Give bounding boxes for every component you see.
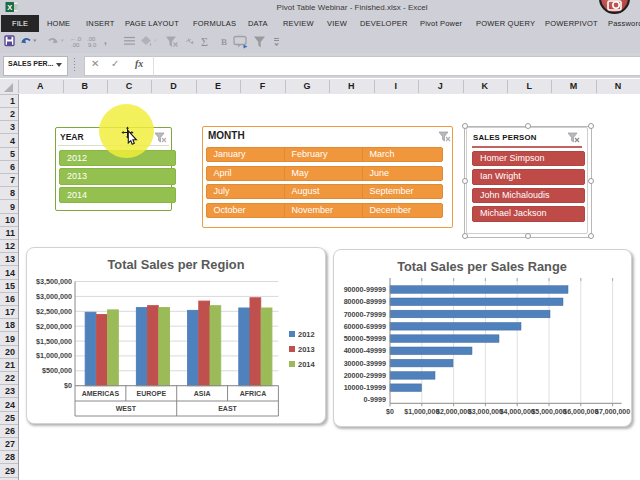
svg-text:0-9999: 0-9999 bbox=[364, 395, 386, 404]
svg-text:.00: .00 bbox=[71, 42, 80, 48]
svg-text:$2,500,000: $2,500,000 bbox=[36, 307, 72, 316]
svg-text:$500,000: $500,000 bbox=[42, 366, 72, 375]
svg-text:2014: 2014 bbox=[298, 360, 316, 369]
svg-text:B: B bbox=[221, 37, 227, 47]
svg-text:ASIA: ASIA bbox=[194, 390, 211, 397]
svg-text:Total Sales per Region: Total Sales per Region bbox=[107, 257, 244, 272]
svg-text:90000-99999: 90000-99999 bbox=[344, 285, 386, 294]
svg-text:40000-49999: 40000-49999 bbox=[344, 346, 386, 355]
svg-text:$6,000,000: $6,000,000 bbox=[563, 408, 598, 416]
svg-text:30000-39999: 30000-39999 bbox=[344, 359, 386, 368]
svg-text:20000-29999: 20000-29999 bbox=[344, 371, 386, 380]
svg-text:Σ: Σ bbox=[201, 35, 208, 49]
svg-text:10000-19999: 10000-19999 bbox=[344, 383, 386, 392]
svg-text:WEST: WEST bbox=[116, 405, 137, 412]
svg-text:$2,000,000: $2,000,000 bbox=[36, 322, 72, 331]
svg-text:$7,000,000: $7,000,000 bbox=[595, 408, 630, 416]
svg-text:AMERICAS: AMERICAS bbox=[82, 390, 120, 397]
svg-text:$3,000,000: $3,000,000 bbox=[468, 408, 503, 416]
svg-text:$1,500,000: $1,500,000 bbox=[36, 337, 72, 346]
svg-text:2012: 2012 bbox=[298, 330, 315, 339]
svg-text:60000-69999: 60000-69999 bbox=[344, 322, 386, 331]
svg-text:$4,000,000: $4,000,000 bbox=[500, 408, 535, 416]
svg-text:$5,000,000: $5,000,000 bbox=[531, 408, 566, 416]
svg-text:50000-59999: 50000-59999 bbox=[344, 334, 386, 343]
svg-text:$0: $0 bbox=[64, 381, 72, 390]
svg-text:Total Sales per Sales Range: Total Sales per Sales Range bbox=[397, 259, 567, 274]
svg-text:$3,500,000: $3,500,000 bbox=[36, 277, 72, 286]
svg-text:80000-89999: 80000-89999 bbox=[344, 297, 386, 306]
svg-text:9.0: 9.0 bbox=[88, 42, 97, 48]
svg-text:$1,000,000: $1,000,000 bbox=[36, 351, 72, 360]
svg-text:2013: 2013 bbox=[298, 345, 315, 354]
svg-text:,: , bbox=[104, 35, 107, 46]
svg-text:70000-79999: 70000-79999 bbox=[344, 310, 386, 319]
svg-text:X: X bbox=[7, 3, 12, 12]
svg-text:$2,000,000: $2,000,000 bbox=[436, 408, 471, 416]
svg-text:$0: $0 bbox=[386, 408, 394, 416]
svg-text:EUROPE: EUROPE bbox=[137, 390, 167, 397]
svg-text:EAST: EAST bbox=[218, 405, 237, 412]
svg-text:$3,000,000: $3,000,000 bbox=[36, 292, 72, 301]
svg-text:$1,000,000: $1,000,000 bbox=[404, 408, 439, 416]
svg-text:AFRICA: AFRICA bbox=[240, 390, 266, 397]
